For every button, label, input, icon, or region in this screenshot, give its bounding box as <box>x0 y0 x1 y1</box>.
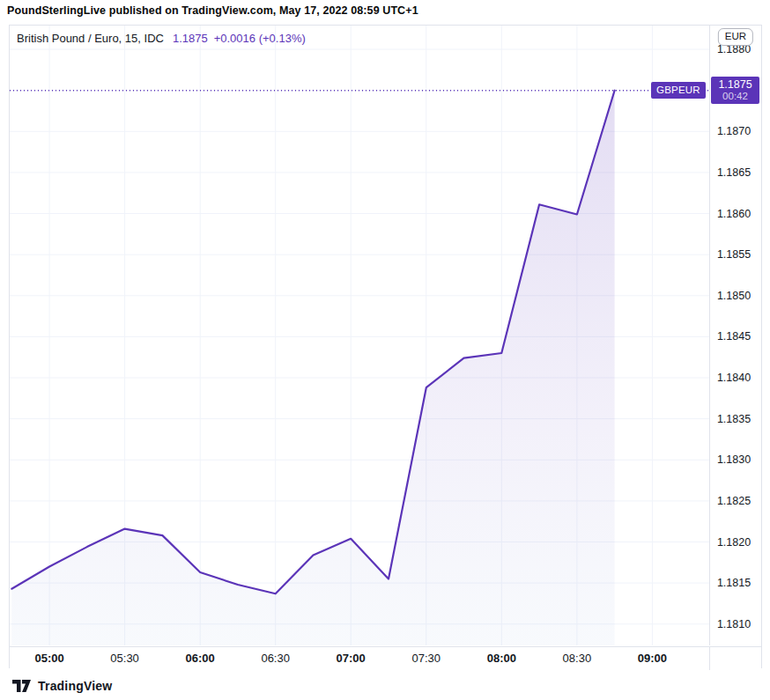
time-tick-label: 05:30 <box>100 652 150 665</box>
time-tick-label: 08:30 <box>552 652 602 665</box>
time-tick-label: 07:00 <box>326 652 375 665</box>
price-tick-label: 1.1845 <box>710 329 758 343</box>
price-tick-label: 1.1820 <box>710 535 758 549</box>
time-tick-label: 09:00 <box>627 652 677 665</box>
price-tick-label: 1.1810 <box>710 617 758 631</box>
legend-last-price: 1.1875 <box>173 32 208 45</box>
price-area-chart <box>10 26 709 645</box>
time-tick-label: 06:30 <box>251 652 300 665</box>
price-tick-label: 1.1860 <box>710 207 758 221</box>
time-axis[interactable]: 05:0005:3006:0006:3007:0007:3008:0008:30… <box>10 646 761 670</box>
price-tick-label: 1.1850 <box>710 289 758 303</box>
chart-plot-area[interactable]: British Pound / Euro, 15, IDC1.1875+0.00… <box>10 26 710 645</box>
brand-name: TradingView <box>38 679 112 693</box>
time-tick-label: 07:30 <box>402 652 451 665</box>
price-tick-label: 1.1855 <box>710 247 758 262</box>
time-tick-label: 08:00 <box>477 652 526 665</box>
price-line-symbol-flag: GBPEUR <box>651 82 706 99</box>
chart-widget: British Pound / Euro, 15, IDC1.1875+0.00… <box>9 25 762 668</box>
attribution-header: PoundSterlingLive published on TradingVi… <box>7 4 418 17</box>
price-axis[interactable]: EUR 1.1875 00:42 1.18801.18701.18651.186… <box>710 26 761 645</box>
legend-change: +0.0016 (+0.13%) <box>214 32 306 45</box>
axis-corner-separator <box>709 647 710 670</box>
bar-countdown: 00:42 <box>711 91 759 102</box>
price-tick-label: 1.1815 <box>710 576 758 590</box>
currency-badge[interactable]: EUR <box>718 28 753 46</box>
tradingview-logo-icon <box>12 680 32 693</box>
price-tick-label: 1.1835 <box>710 412 758 426</box>
time-tick-label: 05:00 <box>25 652 74 665</box>
price-tick-label: 1.1870 <box>710 124 758 138</box>
chart-legend: British Pound / Euro, 15, IDC1.1875+0.00… <box>17 32 306 45</box>
price-tick-label: 1.1825 <box>710 494 758 508</box>
last-price-label: 1.1875 00:42 <box>711 77 759 104</box>
price-tick-label: 1.1865 <box>710 166 758 180</box>
price-tick-label: 1.1830 <box>710 453 758 467</box>
price-tick-label: 1.1840 <box>710 371 758 385</box>
symbol-title: British Pound / Euro, 15, IDC <box>17 32 164 45</box>
last-price-value: 1.1875 <box>711 78 759 91</box>
tradingview-branding[interactable]: TradingView <box>12 676 112 696</box>
time-tick-label: 06:00 <box>175 652 225 665</box>
